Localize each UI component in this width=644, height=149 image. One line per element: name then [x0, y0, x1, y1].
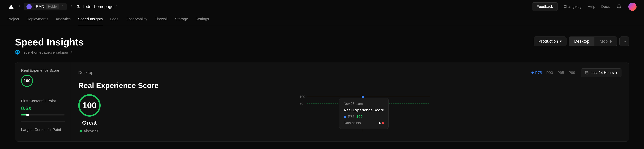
chart-tooltip: Nov 28, 1am Real Experience Score P75 10… [339, 98, 389, 129]
nav-analytics[interactable]: Analytics [56, 14, 70, 25]
chart-device-label: Desktop [78, 70, 93, 75]
help-link[interactable]: Help [588, 4, 595, 9]
chart-visualization: 100 90 Nov 28, 1am [108, 94, 622, 132]
nav-deployments[interactable]: Deployments [26, 14, 48, 25]
team-name: LEAD [34, 4, 44, 9]
big-score-circle: 100 [78, 94, 100, 116]
real-experience-card: Real Experience Score 100 [21, 68, 65, 87]
project-icon [76, 4, 81, 9]
team-badge[interactable]: LEAD Hobby ⌃ [24, 3, 67, 10]
p90-tab[interactable]: P90 [546, 70, 553, 75]
nav-observability[interactable]: Observability [126, 14, 148, 25]
p75-dot [532, 72, 534, 74]
page-header: Speed Insights 🌐 lieder-homepage.vercel.… [15, 36, 629, 55]
tooltip-metric: Real Experience Score [344, 108, 384, 112]
globe-icon: 🌐 [15, 50, 20, 55]
svg-rect-0 [586, 71, 588, 74]
real-experience-label: Real Experience Score [21, 68, 65, 73]
more-options-button[interactable]: ··· [620, 36, 629, 46]
more-dots-icon: ··· [622, 39, 626, 44]
left-panel: Real Experience Score 100 First Contentf… [15, 62, 71, 142]
chart-body: 100 Great Above 90 100 90 [78, 94, 622, 133]
score-sublabel: Above 90 [80, 129, 100, 133]
top-nav: / LEAD Hobby ⌃ / lieder-homepage ⌃ Feedb… [0, 0, 644, 14]
page-controls: Production ▾ Desktop Mobile ··· [534, 36, 629, 46]
environment-label: Production [538, 39, 558, 44]
lcp-card: Largest Contentful Paint [21, 128, 65, 132]
nav-project[interactable]: Project [8, 14, 19, 25]
nav-logs[interactable]: Logs [110, 14, 118, 25]
score-display: 100 Great Above 90 [78, 94, 100, 133]
fcp-bar-thumb [26, 114, 29, 116]
page-title: Speed Insights [15, 36, 84, 48]
chart-controls: P75 P90 P95 P99 Last 24 Hours ▾ [532, 68, 622, 77]
docs-link[interactable]: Docs [601, 4, 610, 9]
lcp-label: Largest Contentful Paint [21, 128, 65, 132]
y-label-100: 100 [300, 95, 305, 99]
content-area: Real Experience Score 100 First Contentf… [15, 62, 629, 142]
fcp-label: First Contentful Paint [21, 99, 65, 103]
score-green-dot [80, 130, 82, 132]
time-range-select[interactable]: Last 24 Hours ▾ [581, 68, 622, 77]
tooltip-data-points-row: Data points 6 [344, 121, 384, 125]
p95-tab[interactable]: P95 [557, 70, 564, 75]
p75-tab[interactable]: P75 [532, 70, 542, 75]
site-url: lieder-homepage.vercel.app [22, 50, 68, 54]
chart-panel: Desktop P75 P90 P95 P99 Last 24 Hours [71, 62, 629, 142]
percentile-tabs: P75 P90 P95 P99 [532, 70, 575, 75]
project-badge[interactable]: lieder-homepage ⌃ [76, 4, 118, 9]
environment-button[interactable]: Production ▾ [534, 36, 566, 46]
p75-label: P75 [535, 70, 542, 75]
tooltip-p75-row: P75 100 [344, 114, 384, 119]
feedback-button[interactable]: Feedback [532, 2, 558, 11]
big-score-value: 100 [82, 100, 97, 110]
breadcrumb-separator-1: / [19, 4, 20, 10]
project-chevron-icon: ⌃ [115, 5, 118, 9]
team-chevron-icon: ⌃ [61, 5, 64, 9]
divider-1 [21, 93, 65, 93]
mobile-button[interactable]: Mobile [594, 37, 617, 46]
changelog-link[interactable]: Changelog [564, 4, 582, 9]
tooltip-data-points-label: Data points [344, 121, 361, 125]
time-range-label: Last 24 Hours [590, 70, 614, 75]
nav-speed-insights[interactable]: Speed Insights [78, 14, 103, 25]
fcp-value-container: 0.6s [21, 106, 65, 112]
main-content: Speed Insights 🌐 lieder-homepage.vercel.… [0, 25, 644, 149]
fcp-card: First Contentful Paint 0.6s [21, 99, 65, 116]
breadcrumb-separator-2: / [70, 4, 72, 10]
nav-right: Feedback Changelog Help Docs [532, 2, 636, 11]
team-plan: Hobby [46, 4, 60, 9]
fcp-progress-bar [21, 114, 65, 116]
desktop-button[interactable]: Desktop [569, 37, 594, 46]
tooltip-p75-value: 100 [356, 114, 362, 119]
real-experience-score-value: 100 [24, 78, 30, 83]
time-range-chevron-icon: ▾ [616, 70, 618, 75]
tooltip-red-dot [382, 122, 384, 124]
external-link-icon: ↗ [70, 50, 73, 54]
environment-chevron-icon: ▾ [560, 39, 562, 44]
score-sublabel-text: Above 90 [84, 129, 100, 133]
chart-title: Real Experience Score [78, 82, 622, 90]
real-experience-score-circle: 100 [21, 75, 33, 87]
device-toggle: Desktop Mobile [569, 36, 617, 46]
secondary-nav: Project Deployments Analytics Speed Insi… [0, 14, 644, 25]
chart-header: Desktop P75 P90 P95 P99 Last 24 Hours [78, 68, 622, 77]
tooltip-data-points-value: 6 [379, 121, 384, 125]
nav-settings[interactable]: Settings [196, 14, 209, 25]
project-name: lieder-homepage [83, 4, 114, 9]
nav-storage[interactable]: Storage [175, 14, 188, 25]
tooltip-p75-dot [344, 116, 346, 118]
page-subtitle: 🌐 lieder-homepage.vercel.app ↗ [15, 50, 84, 55]
vercel-logo[interactable] [8, 3, 15, 10]
user-avatar[interactable] [628, 2, 636, 11]
page-title-section: Speed Insights 🌐 lieder-homepage.vercel.… [15, 36, 84, 55]
tooltip-p75-label: P75 [348, 114, 354, 119]
y-label-90: 90 [300, 102, 303, 105]
fcp-value: 0.6s [21, 106, 31, 111]
calendar-icon [585, 71, 589, 74]
p99-tab[interactable]: P99 [568, 70, 575, 75]
tooltip-date: Nov 28, 1am [344, 102, 384, 106]
nav-firewall[interactable]: Firewall [155, 14, 168, 25]
score-label: Great [82, 120, 97, 126]
notification-icon[interactable] [616, 3, 622, 10]
